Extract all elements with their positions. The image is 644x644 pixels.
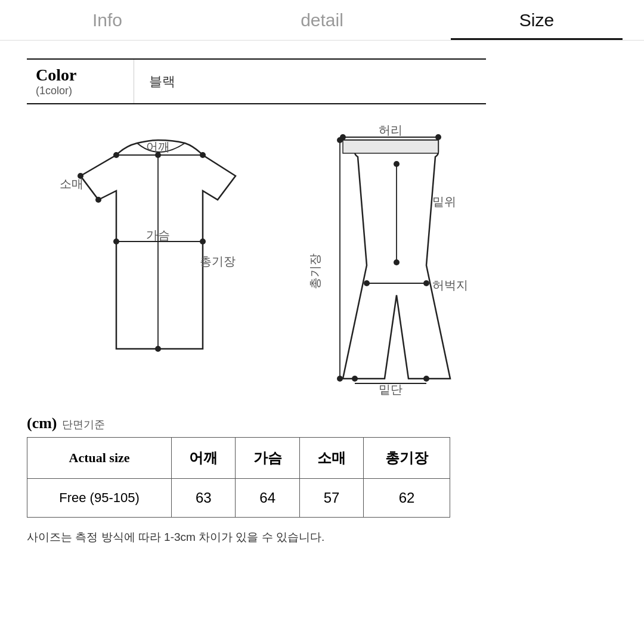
svg-point-2	[200, 152, 206, 158]
color-value: 블랙	[134, 67, 190, 97]
svg-text:허리: 허리	[379, 123, 402, 137]
size-table-header-length: 총기장	[364, 438, 450, 479]
svg-point-15	[95, 197, 101, 203]
svg-text:허벅지: 허벅지	[432, 278, 468, 292]
tab-info-label: Info	[92, 10, 122, 30]
svg-text:총기장: 총기장	[308, 253, 321, 289]
svg-point-9	[155, 152, 161, 158]
svg-point-5	[113, 239, 119, 244]
svg-text:소매: 소매	[60, 177, 83, 190]
svg-text:총기장: 총기장	[200, 255, 236, 268]
chest-value: 64	[236, 479, 299, 518]
color-table: Color (1color) 블랙	[27, 58, 486, 104]
color-label-sub: (1color)	[36, 85, 125, 97]
size-table: Actual size 어깨 가슴 소매 총기장 Free (95-105) 6…	[27, 437, 450, 518]
main-content: Color (1color) 블랙 어깨 가슴	[0, 41, 644, 563]
size-table-header-chest: 가슴	[236, 438, 299, 479]
svg-point-14	[78, 173, 83, 179]
color-label-main: Color	[36, 66, 125, 85]
svg-point-34	[352, 376, 358, 382]
size-unit-standard: 단면기준	[62, 417, 105, 432]
tab-size[interactable]: Size	[429, 0, 644, 40]
size-table-header-actual: Actual size	[27, 438, 172, 479]
svg-point-35	[423, 376, 429, 382]
svg-rect-16	[343, 140, 438, 153]
svg-point-30	[337, 137, 343, 143]
tab-detail-label: detail	[301, 10, 343, 30]
disclaimer-text: 사이즈는 측정 방식에 따라 1-3cm 차이가 있을 수 있습니다.	[27, 530, 617, 545]
length-value: 62	[364, 479, 450, 518]
tab-detail[interactable]: detail	[215, 0, 429, 40]
size-table-header-shoulder: 어깨	[172, 438, 236, 479]
svg-text:밑단: 밑단	[379, 383, 402, 396]
color-label-cell: Color (1color)	[27, 60, 134, 103]
table-row: Free (95-105) 63 64 57 62	[27, 479, 450, 518]
svg-point-6	[200, 239, 206, 244]
tab-info[interactable]: Info	[0, 0, 215, 40]
tab-bar: Info detail Size	[0, 0, 644, 41]
svg-point-1	[113, 152, 119, 158]
size-label: Free (95-105)	[27, 479, 172, 518]
size-unit-cm: (cm)	[27, 414, 57, 432]
diagram-area: 어깨 가슴 총기장 소매 허리	[27, 122, 617, 397]
svg-text:밑위: 밑위	[432, 195, 456, 208]
color-row: Color (1color) 블랙	[27, 60, 486, 103]
tab-size-label: Size	[519, 10, 554, 30]
svg-point-31	[337, 376, 343, 382]
shoulder-value: 63	[172, 479, 236, 518]
svg-point-19	[435, 134, 441, 140]
size-table-header-sleeve: 소매	[299, 438, 363, 479]
svg-text:어깨: 어깨	[146, 140, 170, 153]
pants-diagram: 허리 밑위 허벅지 총기장 밑단	[307, 128, 486, 397]
svg-point-10	[155, 346, 161, 352]
tshirt-diagram: 어깨 가슴 총기장 소매	[39, 122, 289, 391]
size-unit-row: (cm) 단면기준	[27, 414, 617, 432]
sleeve-value: 57	[299, 479, 363, 518]
